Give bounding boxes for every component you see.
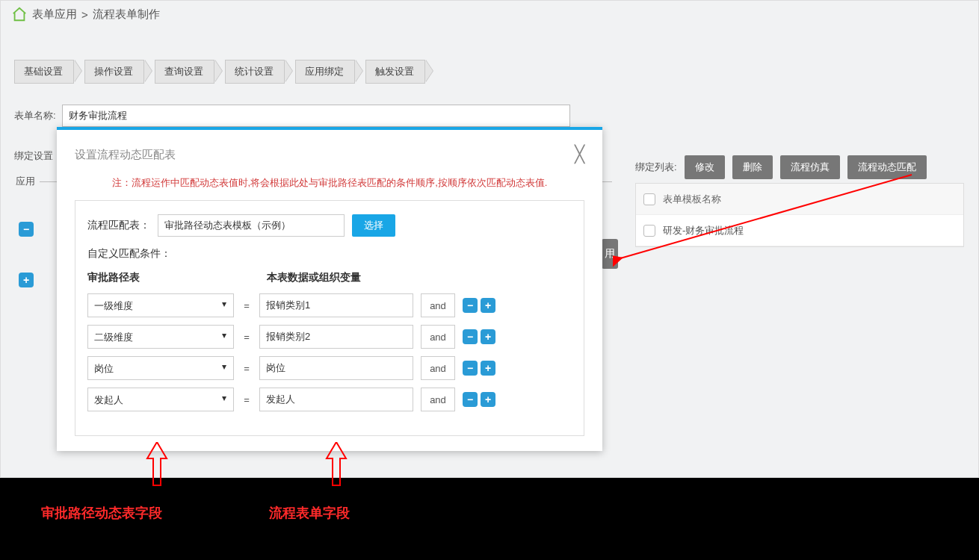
bind-list-toolbar: 绑定列表: 修改 删除 流程仿真 流程动态匹配 [635, 155, 927, 179]
left-select-1[interactable]: 一级维度 [87, 293, 234, 317]
bind-settings-label: 绑定设置 [14, 149, 53, 163]
op-box-2[interactable]: and [421, 325, 455, 349]
breadcrumb-b[interactable]: 流程表单制作 [93, 7, 160, 22]
form-name-row: 表单名称: [14, 105, 570, 127]
table-row[interactable]: 研发-财务审批流程 [636, 215, 963, 246]
remove-cond-3[interactable]: − [463, 361, 478, 376]
left-select-4[interactable]: 发起人 [87, 388, 234, 411]
bind-list-label: 绑定列表: [635, 161, 677, 174]
header-template-name: 表单模板名称 [663, 193, 721, 206]
tab-trigger[interactable]: 触发设置 [365, 60, 425, 84]
right-input-1[interactable] [259, 293, 413, 317]
custom-cond-label: 自定义匹配条件： [87, 247, 171, 261]
col1-label: 审批路径表 [87, 271, 252, 284]
annotation-arrow-right [325, 442, 348, 487]
left-select-3[interactable]: 岗位 [87, 356, 234, 380]
simulate-button[interactable]: 流程仿真 [780, 155, 840, 179]
add-cond-2[interactable]: + [481, 329, 495, 344]
tab-stats[interactable]: 统计设置 [225, 60, 285, 84]
add-cond-4[interactable]: + [481, 392, 495, 407]
match-table-label: 流程匹配表： [87, 219, 150, 232]
annotation-label-left: 审批路径动态表字段 [41, 504, 162, 522]
op-box-3[interactable]: and [421, 356, 455, 380]
add-cond-1[interactable]: + [481, 298, 495, 313]
header-checkbox[interactable] [643, 193, 655, 205]
custom-cond-row: 自定义匹配条件： [87, 247, 572, 261]
condition-row-1: 一级维度 = and − + [87, 293, 572, 317]
modal-header: 设置流程动态匹配表 ╳ [57, 130, 602, 172]
condition-row-3: 岗位 = and − + [87, 356, 572, 380]
breadcrumb-a[interactable]: 表单应用 [32, 7, 77, 22]
collapsed-side-button[interactable]: 用 [602, 239, 618, 269]
op-box-4[interactable]: and [421, 388, 455, 411]
eq-2: = [241, 332, 252, 343]
left-select-2[interactable]: 二级维度 [87, 325, 234, 349]
tab-basic[interactable]: 基础设置 [14, 60, 74, 84]
remove-cond-4[interactable]: − [463, 392, 478, 407]
columns-header: 审批路径表 本表数据或组织变量 [87, 271, 572, 284]
settings-tabs: 基础设置 操作设置 查询设置 统计设置 应用绑定 触发设置 [14, 60, 436, 84]
eq-4: = [241, 394, 252, 405]
row-template-name: 研发-财务审批流程 [663, 224, 744, 237]
breadcrumb: 表单应用 > 流程表单制作 [11, 6, 160, 22]
table-header-row: 表单模板名称 [636, 184, 963, 215]
dynamic-match-button[interactable]: 流程动态匹配 [847, 155, 927, 179]
expand-button[interactable]: + [19, 273, 34, 287]
remove-cond-2[interactable]: − [463, 329, 478, 344]
form-name-label: 表单名称: [14, 109, 56, 122]
eq-1: = [241, 300, 252, 311]
condition-row-4: 发起人 = and − + [87, 388, 572, 411]
right-input-2[interactable] [259, 325, 413, 349]
select-button[interactable]: 选择 [352, 214, 395, 237]
template-table: 表单模板名称 研发-财务审批流程 [635, 183, 964, 247]
modal-title: 设置流程动态匹配表 [75, 148, 176, 162]
op-box-1[interactable]: and [421, 293, 455, 317]
close-icon[interactable]: ╳ [575, 145, 584, 164]
row-checkbox[interactable] [643, 225, 655, 237]
remove-cond-1[interactable]: − [463, 298, 478, 313]
eq-3: = [241, 363, 252, 374]
app-groupbox-label: 应用 [11, 175, 40, 188]
add-cond-3[interactable]: + [481, 361, 495, 376]
right-input-4[interactable] [259, 388, 413, 411]
delete-button[interactable]: 删除 [732, 155, 773, 179]
modal-note: 注：流程运作中匹配动态表值时,将会根据此处与审批路径表匹配的条件顺序,按顺序依次… [57, 172, 602, 200]
home-icon [11, 6, 28, 22]
condition-row-2: 二级维度 = and − + [87, 325, 572, 349]
match-table-row: 流程匹配表： 选择 [87, 214, 572, 237]
collapse-button[interactable]: − [19, 222, 34, 237]
dynamic-match-modal: 设置流程动态匹配表 ╳ 注：流程运作中匹配动态表值时,将会根据此处与审批路径表匹… [57, 127, 602, 451]
tab-app-bind[interactable]: 应用绑定 [295, 60, 355, 84]
modal-body: 流程匹配表： 选择 自定义匹配条件： 审批路径表 本表数据或组织变量 一级维度 … [75, 200, 584, 436]
tab-action[interactable]: 操作设置 [84, 60, 144, 84]
breadcrumb-sep: > [81, 8, 88, 21]
right-input-3[interactable] [259, 356, 413, 380]
match-table-input[interactable] [158, 214, 345, 237]
annotation-label-right: 流程表单字段 [269, 504, 350, 522]
annotation-arrow-left [146, 442, 168, 487]
col2-label: 本表数据或组织变量 [267, 271, 361, 284]
tab-query[interactable]: 查询设置 [155, 60, 214, 84]
modify-button[interactable]: 修改 [685, 155, 725, 179]
form-name-input[interactable] [62, 105, 570, 127]
